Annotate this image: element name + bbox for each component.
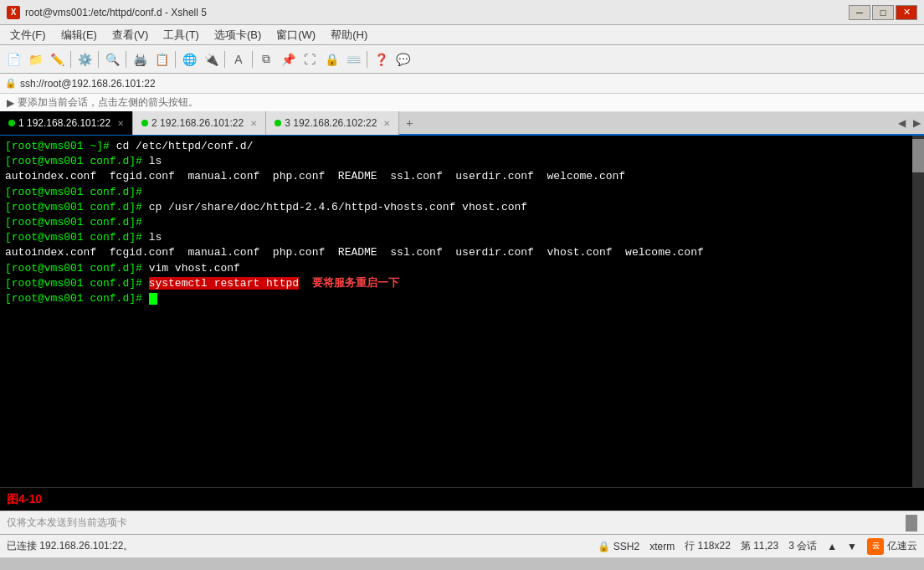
- maximize-button[interactable]: □: [872, 5, 894, 20]
- tab-dot-1: [8, 120, 15, 126]
- status-size: 行 118x22: [685, 539, 731, 553]
- help-button[interactable]: ❓: [371, 49, 391, 69]
- info-text: 要添加当前会话，点击左侧的箭头按钮。: [18, 95, 198, 110]
- status-term: xterm: [649, 541, 675, 552]
- copy-button[interactable]: ⧉: [256, 49, 276, 69]
- term-line-1: [root@vms001 ~]# cd /etc/httpd/conf.d/: [5, 139, 919, 154]
- tab-3[interactable]: 3 192.168.26.102:22 ✕: [266, 111, 399, 135]
- app-icon: X: [7, 6, 20, 19]
- menu-tools[interactable]: 工具(T): [157, 26, 206, 44]
- info-bar: ▶ 要添加当前会话，点击左侧的箭头按钮。: [0, 94, 924, 112]
- toolbar-separator-5: [224, 51, 225, 68]
- figure-label: 图4-10: [0, 487, 924, 511]
- minimize-button[interactable]: ─: [849, 5, 870, 20]
- tab-dot-2: [141, 120, 148, 126]
- toolbar-separator-3: [126, 51, 126, 68]
- globe-button[interactable]: 🌐: [179, 49, 199, 69]
- term-line-2: [root@vms001 conf.d]# ls: [5, 154, 919, 169]
- menu-edit[interactable]: 编辑(E): [54, 26, 104, 44]
- chat-button[interactable]: 💬: [393, 49, 413, 69]
- keyboard-button[interactable]: ⌨️: [343, 49, 363, 69]
- print-button[interactable]: 🖨️: [130, 49, 150, 69]
- menu-help[interactable]: 帮助(H): [324, 26, 374, 44]
- edit-icon[interactable]: ✏️: [47, 49, 67, 69]
- tab-1[interactable]: 1 192.168.26.101:22 ✕: [0, 111, 133, 135]
- arrow-icon: ▶: [7, 97, 14, 109]
- tab-close-2[interactable]: ✕: [250, 119, 257, 128]
- tabs-bar: 1 192.168.26.101:22 ✕ 2 192.168.26.101:2…: [0, 112, 924, 136]
- menu-view[interactable]: 查看(V): [105, 26, 155, 44]
- address-bar: 🔒 ssh://root@192.168.26.101:22: [0, 74, 924, 94]
- tab-label-1: 1 192.168.26.101:22: [18, 117, 110, 129]
- send-bar: 仅将文本发送到当前选项卡: [0, 511, 924, 534]
- tab-add-button[interactable]: +: [399, 111, 419, 135]
- logo-text: 亿速云: [887, 539, 917, 553]
- address-text[interactable]: ssh://root@192.168.26.101:22: [20, 78, 156, 90]
- paste-button[interactable]: 📌: [278, 49, 298, 69]
- term-line-6: [root@vms001 conf.d]#: [5, 215, 919, 230]
- toolbar-separator-4: [175, 51, 176, 68]
- font-button[interactable]: A: [228, 49, 249, 69]
- tab-label-3: 3 192.168.26.102:22: [285, 117, 377, 129]
- menu-bar: 文件(F) 编辑(E) 查看(V) 工具(T) 选项卡(B) 窗口(W) 帮助(…: [0, 25, 924, 45]
- title-bar: X root@vms001:/etc/httpd/conf.d - Xshell…: [0, 0, 924, 25]
- terminal-scrollbar[interactable]: [912, 136, 924, 487]
- new-button[interactable]: 📄: [3, 49, 23, 69]
- status-nav-down[interactable]: ▼: [847, 541, 857, 552]
- tab-label-2: 2 192.168.26.101:22: [151, 117, 244, 129]
- lock-button[interactable]: 🔒: [321, 49, 341, 69]
- search-button[interactable]: 🔍: [102, 49, 122, 69]
- term-line-5: [root@vms001 conf.d]# cp /usr/share/doc/…: [5, 200, 919, 215]
- close-button[interactable]: ✕: [896, 5, 917, 20]
- settings-button[interactable]: ⚙️: [74, 49, 95, 69]
- status-bar: 已连接 192.168.26.101:22。 🔒 SSH2 xterm 行 11…: [0, 534, 924, 557]
- logo-icon: 云: [867, 538, 884, 555]
- scrollbar-thumb[interactable]: [912, 139, 924, 172]
- tab-nav-right[interactable]: ▶: [909, 111, 924, 135]
- brand-logo: 云 亿速云: [867, 538, 917, 555]
- menu-window[interactable]: 窗口(W): [270, 26, 322, 44]
- tab-2[interactable]: 2 192.168.26.101:22 ✕: [133, 111, 266, 135]
- send-text: 仅将文本发送到当前选项卡: [7, 516, 127, 530]
- status-sessions: 3 会话: [788, 539, 817, 553]
- connection-status: 已连接 192.168.26.101:22。: [7, 539, 133, 553]
- term-line-4: [root@vms001 conf.d]#: [5, 185, 919, 200]
- fullscreen-button[interactable]: ⛶: [300, 49, 320, 69]
- lock-icon: 🔒: [5, 78, 17, 89]
- tab-nav-left[interactable]: ◀: [894, 111, 909, 135]
- connect-button[interactable]: 🔌: [201, 49, 221, 69]
- term-line-10: [root@vms001 conf.d]# systemctl restart …: [5, 276, 919, 291]
- figure-label-text: 图4-10: [7, 492, 42, 507]
- status-nav-up[interactable]: ▲: [827, 541, 837, 552]
- send-options-button[interactable]: [906, 515, 917, 531]
- print2-button[interactable]: 📋: [151, 49, 172, 69]
- tab-dot-3: [275, 120, 281, 126]
- term-line-9: [root@vms001 conf.d]# vim vhost.conf: [5, 261, 919, 276]
- toolbar-separator: [70, 51, 71, 68]
- tab-close-1[interactable]: ✕: [117, 119, 124, 128]
- status-ssh: 🔒 SSH2: [598, 541, 639, 552]
- open-button[interactable]: 📁: [25, 49, 45, 69]
- term-line-3: autoindex.conf fcgid.conf manual.conf ph…: [5, 169, 919, 184]
- window-title: root@vms001:/etc/httpd/conf.d - Xshell 5: [25, 7, 207, 18]
- terminal[interactable]: [root@vms001 ~]# cd /etc/httpd/conf.d/ […: [0, 136, 924, 487]
- menu-file[interactable]: 文件(F): [3, 26, 53, 44]
- menu-tabs[interactable]: 选项卡(B): [208, 26, 268, 44]
- toolbar-separator-2: [98, 51, 99, 68]
- tab-nav: ◀ ▶: [894, 111, 924, 135]
- tab-close-3[interactable]: ✕: [383, 119, 390, 128]
- toolbar: 📄 📁 ✏️ ⚙️ 🔍 🖨️ 📋 🌐 🔌 A ⧉ 📌 ⛶ 🔒 ⌨️ ❓ 💬: [0, 45, 924, 74]
- status-pos: 第 11,23: [741, 539, 778, 553]
- toolbar-separator-7: [367, 51, 367, 68]
- term-line-11: [root@vms001 conf.d]#: [5, 291, 919, 306]
- term-line-8: autoindex.conf fcgid.conf manual.conf ph…: [5, 245, 919, 260]
- toolbar-separator-6: [252, 51, 253, 68]
- term-line-7: [root@vms001 conf.d]# ls: [5, 230, 919, 245]
